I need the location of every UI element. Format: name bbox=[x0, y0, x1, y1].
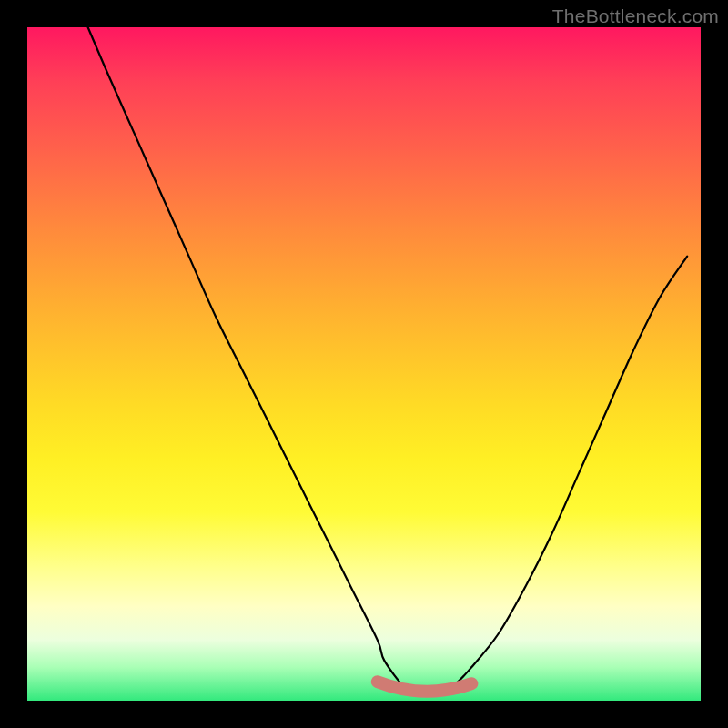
watermark-text: TheBottleneck.com bbox=[552, 5, 719, 27]
optimal-band bbox=[378, 682, 472, 692]
chart-frame: TheBottleneck.com bbox=[0, 0, 728, 728]
plot-area bbox=[27, 27, 701, 701]
chart-svg bbox=[27, 27, 701, 701]
bottleneck-curve bbox=[88, 27, 688, 695]
